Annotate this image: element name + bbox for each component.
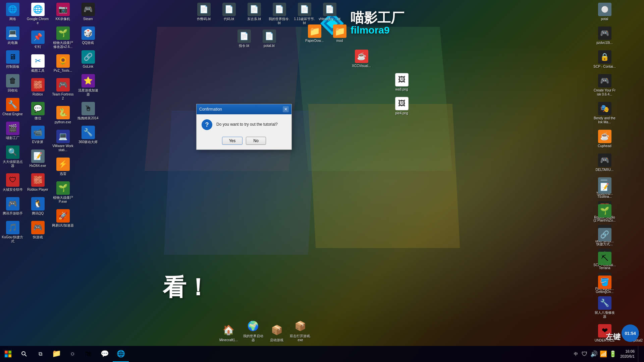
dialog-titlebar: Confirmation ✕ [197,104,291,114]
dialog-overlay: Confirmation ✕ ? Do you want to try out … [0,0,644,362]
dialog-title: Confirmation [199,107,222,112]
dialog-message-text: Do you want to try out the tutorial? [216,119,278,127]
dialog-body: ? Do you want to try out the tutorial? [197,114,291,134]
dialog-question-icon: ? [202,119,212,130]
desktop: 喵影工厂 filmora9 📄 作弊码.bt 📄 代码.bt 📄 东古东.bt … [0,0,644,362]
dialog-no-button[interactable]: No [246,137,266,145]
dialog-yes-button[interactable]: Yes [222,137,243,145]
dialog-close-button[interactable]: ✕ [283,106,289,112]
question-mark: ? [205,121,209,128]
confirmation-dialog: Confirmation ✕ ? Do you want to try out … [196,104,292,150]
dialog-buttons: Yes No [197,134,291,149]
